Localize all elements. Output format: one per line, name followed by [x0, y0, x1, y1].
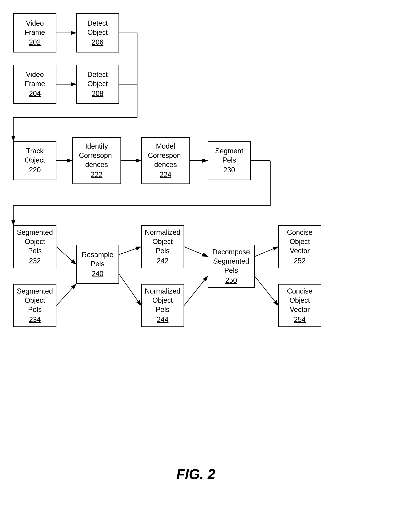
- box-208: Detect Object208: [76, 65, 119, 104]
- box-230: Segment Pels230: [208, 141, 251, 180]
- box-254-label: Concise Object Vector: [287, 287, 313, 314]
- box-224-num: 224: [160, 170, 171, 179]
- box-222: Identify Corresopn- dences222: [72, 137, 121, 184]
- box-254-num: 254: [294, 315, 306, 324]
- box-204-label: Video Frame: [25, 70, 45, 89]
- box-232-num: 232: [29, 256, 41, 266]
- box-222-num: 222: [91, 170, 102, 179]
- box-206-num: 206: [92, 38, 103, 47]
- box-234-num: 234: [29, 315, 41, 324]
- box-244: Normalized Object Pels244: [141, 284, 184, 327]
- box-224-label: Model Correspon- dences: [148, 142, 183, 169]
- box-242-num: 242: [157, 256, 169, 266]
- box-206-label: Detect Object: [87, 19, 108, 37]
- box-234: Segmented Object Pels234: [13, 284, 57, 327]
- box-224: Model Correspon- dences224: [141, 137, 190, 184]
- svg-line-21: [255, 276, 278, 305]
- svg-line-19: [184, 276, 208, 305]
- svg-line-15: [57, 284, 76, 305]
- box-222-label: Identify Corresopn- dences: [79, 142, 114, 169]
- box-240-num: 240: [92, 269, 103, 278]
- box-252: Concise Object Vector252: [278, 225, 321, 268]
- fig-label: FIG. 2: [176, 466, 215, 482]
- box-208-num: 208: [92, 89, 103, 98]
- svg-line-14: [57, 247, 76, 264]
- box-250-label: Decompose Segmented Pels: [212, 247, 250, 275]
- svg-line-17: [119, 274, 141, 305]
- svg-line-16: [119, 247, 141, 254]
- diagram-container: FIG. 2 Video Frame202Detect Object206Vid…: [0, 0, 420, 507]
- svg-line-20: [255, 247, 278, 257]
- box-232-label: Segmented Object Pels: [17, 228, 53, 255]
- box-204-num: 204: [29, 89, 41, 98]
- box-202: Video Frame202: [13, 13, 57, 52]
- box-244-label: Normalized Object Pels: [145, 287, 180, 314]
- box-252-num: 252: [294, 256, 306, 266]
- svg-line-18: [184, 247, 208, 257]
- box-202-label: Video Frame: [25, 19, 45, 37]
- box-254: Concise Object Vector254: [278, 284, 321, 327]
- box-204: Video Frame204: [13, 65, 57, 104]
- box-220: Track Object220: [13, 141, 57, 180]
- box-250-num: 250: [225, 276, 237, 285]
- box-240-label: Resample Pels: [82, 250, 114, 269]
- box-208-label: Detect Object: [87, 70, 108, 89]
- box-242-label: Normalized Object Pels: [145, 228, 180, 255]
- box-234-label: Segmented Object Pels: [17, 287, 53, 314]
- box-230-label: Segment Pels: [215, 147, 243, 165]
- box-220-label: Track Object: [25, 147, 45, 165]
- box-240: Resample Pels240: [76, 245, 119, 284]
- box-230-num: 230: [223, 165, 235, 175]
- box-250: Decompose Segmented Pels250: [208, 245, 255, 288]
- box-220-num: 220: [29, 165, 41, 175]
- box-242: Normalized Object Pels242: [141, 225, 184, 268]
- box-244-num: 244: [157, 315, 169, 324]
- box-252-label: Concise Object Vector: [287, 228, 313, 255]
- box-202-num: 202: [29, 38, 41, 47]
- box-206: Detect Object206: [76, 13, 119, 52]
- box-232: Segmented Object Pels232: [13, 225, 57, 268]
